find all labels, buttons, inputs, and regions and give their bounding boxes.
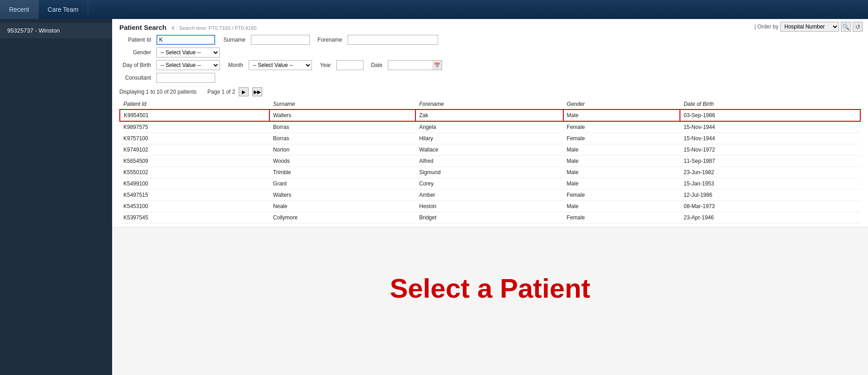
gender-label: Gender — [119, 49, 151, 56]
cell-surname: Walters — [269, 190, 415, 201]
table-row[interactable]: K5654509WoodsAlfredMale11-Sep-1987 — [120, 156, 860, 167]
sidebar: 95325737 - Winston — [0, 19, 112, 375]
col-forename[interactable]: Forename — [415, 99, 563, 109]
gender-select[interactable]: -- Select Value -- Male Female — [156, 47, 220, 57]
cell-gender: Male — [563, 167, 680, 178]
table-row[interactable]: K5499100GrantCoreyMale15-Jan-1953 — [120, 178, 860, 190]
cell-gender: Male — [563, 109, 680, 121]
table-body: K9954501WaltersZakMale03-Sep-1986K989757… — [120, 109, 860, 223]
cell-gender: Female — [563, 212, 680, 223]
calendar-button[interactable]: 📅 — [432, 60, 442, 70]
cell-surname: Walters — [269, 109, 415, 121]
cell-forename: Hilary — [415, 133, 563, 144]
order-by-bar: | Order by Hospital Number Surname Date … — [749, 19, 868, 34]
cell-id: K9954501 — [120, 109, 269, 121]
cell-id: K5654509 — [120, 156, 269, 167]
cell-gender: Male — [563, 201, 680, 212]
table-row[interactable]: K9757100BorrasHilaryFemale15-Nov-1944 — [120, 133, 860, 144]
form-row-1: Patient Id Surname Forename — [119, 35, 861, 45]
cell-gender: Male — [563, 156, 680, 167]
cell-id: K5550102 — [120, 167, 269, 178]
display-count: Displaying 1 to 10 of 20 patients — [119, 89, 197, 95]
cell-surname: Borras — [269, 121, 415, 133]
year-label: Year — [317, 62, 331, 68]
patient-id-input[interactable] — [156, 35, 215, 45]
cell-forename: Angela — [415, 121, 563, 133]
cell-dob: 23-Jun-1982 — [680, 167, 860, 178]
surname-label: Surname — [221, 37, 245, 43]
cell-dob: 15-Nov-1944 — [680, 121, 860, 133]
last-page-btn[interactable]: ▶▶ — [252, 87, 262, 96]
sidebar-current-patient[interactable]: 95325737 - Winston — [0, 23, 112, 38]
cell-surname: Collymore — [269, 212, 415, 223]
cell-dob: 11-Sep-1987 — [680, 156, 860, 167]
col-surname[interactable]: Surname — [269, 99, 415, 109]
form-row-2: Gender -- Select Value -- Male Female — [119, 47, 861, 57]
search-title: Patient Search — [119, 24, 166, 31]
cell-id: K5499100 — [120, 178, 269, 190]
nav-recent[interactable]: Recent — [0, 0, 38, 19]
table-row[interactable]: K9749102NortonWallaceMale15-Nov-1972 — [120, 144, 860, 156]
next-page-btn[interactable]: ▶ — [239, 87, 249, 96]
cell-id: K9757100 — [120, 133, 269, 144]
col-gender[interactable]: Gender — [563, 99, 680, 109]
table-row[interactable]: K5397545CollymoreBridgetFemale23-Apr-194… — [120, 212, 860, 223]
cell-id: K9749102 — [120, 144, 269, 156]
search-panel-wrapper: | Order by Hospital Number Surname Date … — [112, 19, 868, 228]
cell-gender: Female — [563, 190, 680, 201]
date-label: Date — [369, 62, 382, 68]
col-dob[interactable]: Date of Birth — [680, 99, 860, 109]
cell-dob: 08-Mar-1973 — [680, 201, 860, 212]
table-row[interactable]: K5497515WaltersAmberFemale12-Jul-1986 — [120, 190, 860, 201]
cell-gender: Male — [563, 178, 680, 190]
table-row[interactable]: K5550102TrimbleSigmundMale23-Jun-1982 — [120, 167, 860, 178]
consultant-label: Consultant — [119, 75, 151, 81]
month-label: Month — [225, 62, 243, 68]
cell-id: K5397545 — [120, 212, 269, 223]
nav-care-team[interactable]: Care Team — [38, 0, 88, 19]
forename-label: Forename — [315, 37, 342, 43]
cell-forename: Zak — [415, 109, 563, 121]
cell-surname: Grant — [269, 178, 415, 190]
cell-dob: 15-Nov-1972 — [680, 144, 860, 156]
dob-label: Day of Birth — [119, 62, 151, 68]
cell-surname: Norton — [269, 144, 415, 156]
col-patient-id[interactable]: Patient Id — [120, 99, 269, 109]
year-input[interactable] — [336, 60, 363, 70]
page-info: Page 1 of 2 — [208, 89, 235, 95]
search-icon-btn[interactable]: 🔍 — [841, 22, 851, 32]
cell-dob: 12-Jul-1986 — [680, 190, 860, 201]
order-by-label: | Order by — [755, 24, 778, 30]
form-row-4: Consultant — [119, 73, 861, 83]
cell-id: K5497515 — [120, 190, 269, 201]
cell-gender: Male — [563, 144, 680, 156]
cell-dob: 15-Jan-1953 — [680, 178, 860, 190]
order-by-select[interactable]: Hospital Number Surname Date of Birth — [780, 22, 839, 32]
consultant-input[interactable] — [156, 73, 215, 83]
cell-forename: Corey — [415, 178, 563, 190]
cell-surname: Borras — [269, 133, 415, 144]
table-row[interactable]: K5453100NealeHestonMale08-Mar-1973 — [120, 201, 860, 212]
forename-input[interactable] — [348, 35, 438, 45]
table-header-row: Patient Id Surname Forename Gender Date … — [120, 99, 860, 109]
cell-surname: Neale — [269, 201, 415, 212]
dob-day-select[interactable]: -- Select Value -- — [156, 60, 220, 70]
table-row[interactable]: K9954501WaltersZakMale03-Sep-1986 — [120, 109, 860, 121]
form-row-3: Day of Birth -- Select Value -- Month --… — [119, 60, 861, 70]
refresh-icon-btn[interactable]: ↺ — [853, 22, 863, 32]
dob-month-select[interactable]: -- Select Value -- — [249, 60, 312, 70]
cell-dob: 03-Sep-1986 — [680, 109, 860, 121]
pagination-row: Displaying 1 to 10 of 20 patients Page 1… — [119, 87, 861, 96]
cell-surname: Trimble — [269, 167, 415, 178]
table-row[interactable]: K9897575BorrasAngelaFemale15-Nov-1944 — [120, 121, 860, 133]
navbar: Recent Care Team — [0, 0, 868, 19]
select-patient-message: Select a Patient — [112, 264, 868, 313]
cell-forename: Amber — [415, 190, 563, 201]
cell-id: K5453100 — [120, 201, 269, 212]
cell-forename: Sigmund — [415, 167, 563, 178]
cell-dob: 23-Apr-1946 — [680, 212, 860, 223]
cell-id: K9897575 — [120, 121, 269, 133]
surname-input[interactable] — [251, 35, 310, 45]
search-panel: Patient Search K : Search time: PT0.733S… — [112, 19, 868, 227]
search-form: Patient Id Surname Forename Gender -- Se… — [119, 35, 861, 83]
